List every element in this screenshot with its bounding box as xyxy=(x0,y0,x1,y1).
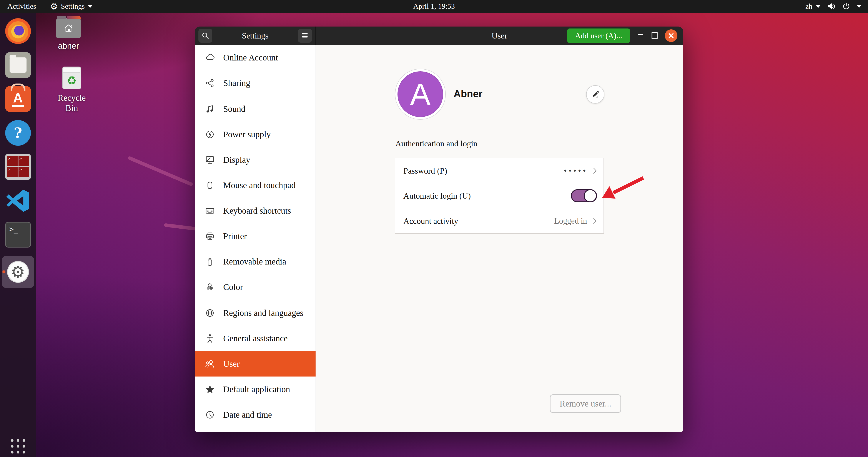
home-folder-icon xyxy=(56,18,81,38)
running-indicator-dot xyxy=(2,270,5,274)
keyboard-icon xyxy=(205,206,215,216)
user-name: Abner xyxy=(454,88,483,99)
keyboard-layout-menu[interactable]: zh xyxy=(805,2,820,10)
desktop-icon-home-folder[interactable]: abner xyxy=(52,18,85,51)
printer-icon xyxy=(205,231,215,241)
close-button[interactable] xyxy=(665,29,677,42)
home-icon xyxy=(63,23,74,34)
prompt-glyph: > xyxy=(19,156,29,166)
password-row[interactable]: Password (P) ••••• xyxy=(395,159,603,183)
sidebar-item-label: Color xyxy=(223,282,243,292)
users-icon xyxy=(205,359,215,369)
section-title: Authentication and login xyxy=(395,139,477,148)
automatic-login-row[interactable]: Automatic login (U) xyxy=(395,183,603,208)
sidebar-item-keyboard-shortcuts[interactable]: Keyboard shortcuts xyxy=(195,198,315,223)
sidebar-item-mouse-touchpad[interactable]: Mouse and touchpad xyxy=(195,172,315,198)
desktop-icon-recycle-bin[interactable]: ♻ Recycle Bin xyxy=(52,66,91,113)
sidebar-item-label: Power supply xyxy=(223,129,271,139)
accessibility-icon xyxy=(205,334,215,343)
power-circle-icon xyxy=(205,130,215,139)
dock-item-vscode[interactable] xyxy=(5,188,31,213)
row-label: Password (P) xyxy=(403,166,447,175)
search-icon xyxy=(201,31,210,40)
sidebar-item-sound[interactable]: Sound xyxy=(195,96,315,122)
settings-sidebar: Online Account Sharing Sound xyxy=(195,45,316,432)
settings-app-icon: ⚙ xyxy=(7,261,29,283)
cloud-icon xyxy=(205,53,215,63)
header-main-section: User Add user (A)... – xyxy=(316,27,683,45)
dock-item-terminal[interactable]: >_ xyxy=(5,222,31,248)
window-header: Settings User Add user (A)... – xyxy=(195,27,683,45)
recycle-bin-icon: ♻ xyxy=(62,66,81,89)
sidebar-item-date-time[interactable]: Date and time xyxy=(195,402,315,427)
maximize-button[interactable] xyxy=(651,32,658,39)
chevron-right-icon xyxy=(593,217,597,225)
music-note-icon xyxy=(205,104,215,114)
sidebar-item-regions-languages[interactable]: Regions and languages xyxy=(195,300,315,325)
chevron-down-icon[interactable] xyxy=(857,5,862,8)
vscode-icon xyxy=(5,188,31,213)
dock-item-files[interactable] xyxy=(5,52,31,78)
system-status-area[interactable]: zh xyxy=(805,2,862,10)
primary-menu-button[interactable] xyxy=(298,29,312,42)
automatic-login-toggle-on[interactable] xyxy=(571,189,597,202)
clock-menu[interactable]: April 1, 19:53 xyxy=(413,0,455,12)
minimize-button[interactable]: – xyxy=(637,29,644,42)
top-bar: Activities ⚙ Settings April 1, 19:53 zh xyxy=(0,0,868,12)
mouse-icon xyxy=(205,180,215,190)
remove-user-button[interactable]: Remove user... xyxy=(550,394,621,413)
chevron-down-icon xyxy=(88,5,93,8)
sidebar-item-printer[interactable]: Printer xyxy=(195,223,315,249)
terminal-panes-icon: > > > > xyxy=(7,156,29,177)
desktop-icon-label: Recycle Bin xyxy=(52,93,91,113)
dock-item-terminal-emulator[interactable]: > > > > xyxy=(5,154,31,180)
sidebar-item-label: User xyxy=(223,359,240,369)
edit-name-button[interactable] xyxy=(586,85,604,104)
auth-settings-card: Password (P) ••••• Automatic login (U) xyxy=(395,158,604,234)
sidebar-item-sharing[interactable]: Sharing xyxy=(195,70,315,96)
settings-window: Settings User Add user (A)... – xyxy=(195,27,683,432)
prompt-glyph: >_ xyxy=(9,225,18,233)
sidebar-item-display[interactable]: Display xyxy=(195,147,315,172)
account-activity-row[interactable]: Account activity Logged in xyxy=(395,208,603,233)
ubuntu-desktop: { "colors": { "accent_orange": "#E95420"… xyxy=(0,0,868,457)
toggle-knob xyxy=(584,189,597,202)
sidebar-item-general-assistance[interactable]: General assistance xyxy=(195,325,315,351)
sidebar-item-label: Keyboard shortcuts xyxy=(223,205,291,216)
search-button[interactable] xyxy=(198,29,212,42)
sidebar-item-label: Date and time xyxy=(223,409,272,420)
avatar[interactable]: A xyxy=(395,69,445,119)
row-label: Automatic login (U) xyxy=(403,191,471,201)
app-menu[interactable]: ⚙ Settings xyxy=(50,2,92,11)
show-applications-button[interactable] xyxy=(11,439,25,454)
window-title: Settings xyxy=(242,31,269,40)
sidebar-item-default-application[interactable]: Default application xyxy=(195,376,315,402)
maximize-icon xyxy=(651,32,658,39)
prompt-glyph: > xyxy=(7,156,18,166)
sidebar-item-label: Default application xyxy=(223,384,290,394)
sidebar-item-label: Printer xyxy=(223,231,247,241)
activities-button[interactable]: Activities xyxy=(6,2,37,10)
sidebar-item-power-supply[interactable]: Power supply xyxy=(195,122,315,147)
window-body: Online Account Sharing Sound xyxy=(195,45,683,432)
user-panel: A Abner Authentication and login Passwor… xyxy=(316,45,683,432)
power-icon[interactable] xyxy=(842,2,850,10)
recycle-symbol-icon: ♻ xyxy=(67,75,77,86)
sidebar-item-color[interactable]: Color xyxy=(195,274,315,300)
add-user-button[interactable]: Add user (A)... xyxy=(567,28,630,43)
volume-icon[interactable] xyxy=(827,2,836,10)
sidebar-item-user[interactable]: User xyxy=(195,351,315,376)
dock: A ? > > > > >_ ⚙ xyxy=(0,12,36,457)
sidebar-item-label: Mouse and touchpad xyxy=(223,180,296,190)
gear-icon: ⚙ xyxy=(11,264,25,280)
sidebar-item-removable-media[interactable]: Removable media xyxy=(195,249,315,274)
dock-item-settings-active[interactable]: ⚙ xyxy=(2,256,34,288)
globe-icon xyxy=(205,308,215,318)
star-icon xyxy=(205,384,215,394)
dock-item-help[interactable]: ? xyxy=(5,120,31,146)
password-dots: ••••• xyxy=(563,167,587,175)
dock-item-ubuntu-software[interactable]: A xyxy=(5,86,31,112)
dock-item-firefox[interactable] xyxy=(5,18,31,44)
top-bar-left: Activities ⚙ Settings xyxy=(6,2,93,11)
sidebar-item-online-account[interactable]: Online Account xyxy=(195,45,315,70)
